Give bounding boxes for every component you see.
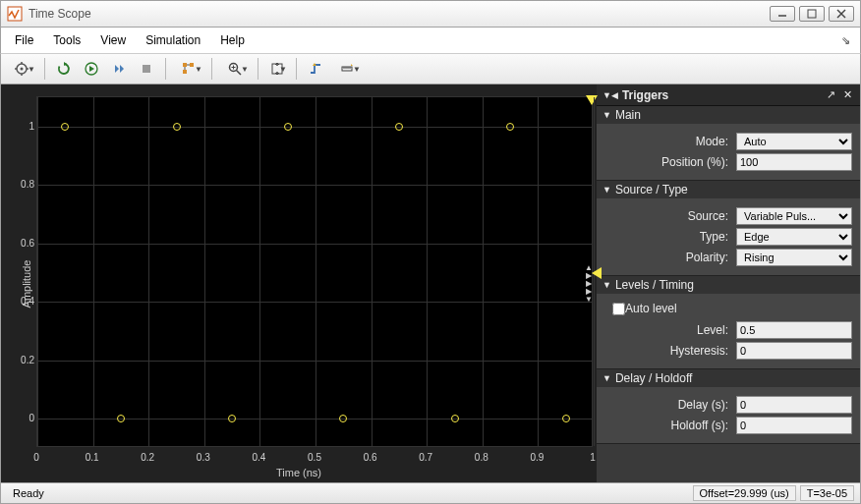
highlight-signal-button[interactable]: ▼ <box>172 57 205 81</box>
axes-handles-icon[interactable]: ▲▶▶▶▼ <box>585 264 593 304</box>
x-tick: 0.3 <box>197 452 210 463</box>
level-input[interactable] <box>736 321 852 339</box>
triggers-panel-header: ▼◀ Triggers ↗ ✕ <box>597 84 860 106</box>
statusbar: Ready Offset=29.999 (us) T=3e-05 <box>0 482 861 504</box>
undock-icon[interactable]: ↗ <box>825 88 837 101</box>
section-delay-header[interactable]: ▼Delay / Holdoff <box>597 369 860 387</box>
polarity-select[interactable]: Rising <box>736 249 852 266</box>
type-select[interactable]: Edge <box>736 228 852 246</box>
auto-level-checkbox[interactable] <box>612 303 625 315</box>
restart-button[interactable] <box>51 57 77 81</box>
menu-tools[interactable]: Tools <box>43 29 90 51</box>
data-point <box>451 415 459 422</box>
holdoff-input[interactable] <box>736 417 852 434</box>
plot-pane: Amplitude Time (ns) ▲▶▶▶▼ 00.10.20.30.40… <box>1 84 597 482</box>
data-point <box>506 123 514 131</box>
y-tick: 0.4 <box>17 296 34 307</box>
menu-overflow-icon[interactable]: ⇘ <box>835 30 856 51</box>
toolbar-separator <box>296 58 297 80</box>
section-main-header[interactable]: ▼Main <box>597 106 860 124</box>
data-point <box>228 415 236 422</box>
hysteresis-input[interactable] <box>736 342 852 360</box>
holdoff-label: Holdoff (s): <box>604 419 736 432</box>
section-main: ▼Main Mode:Auto Position (%): <box>597 106 860 181</box>
toolbar-separator <box>44 58 45 80</box>
delay-input[interactable] <box>736 396 852 414</box>
measurements-button[interactable]: ▼ <box>330 57 364 81</box>
triggers-panel: ▼◀ Triggers ↗ ✕ ▼Main Mode:Auto Position… <box>597 84 860 482</box>
data-point <box>562 415 570 422</box>
data-point <box>284 123 292 131</box>
toolbar-separator <box>165 58 166 80</box>
minimize-button[interactable] <box>770 6 795 22</box>
collapse-icon[interactable]: ▼◀ <box>603 90 618 100</box>
section-source-type: ▼Source / Type Source:Variable Puls... T… <box>597 181 860 276</box>
maximize-button[interactable] <box>799 6 825 22</box>
titlebar: Time Scope <box>0 0 861 28</box>
x-tick: 0.8 <box>475 452 488 463</box>
section-source-title: Source / Type <box>615 183 688 196</box>
section-source-header[interactable]: ▼Source / Type <box>597 181 860 198</box>
x-tick: 0 <box>33 452 39 463</box>
menu-view[interactable]: View <box>90 29 136 51</box>
y-tick: 0.2 <box>17 354 34 364</box>
position-input[interactable] <box>736 153 852 171</box>
section-levels-header[interactable]: ▼Levels / Timing <box>597 276 860 294</box>
step-forward-button[interactable] <box>106 57 132 81</box>
window-title: Time Scope <box>29 7 770 21</box>
panel-close-icon[interactable]: ✕ <box>841 88 854 101</box>
svg-rect-15 <box>183 70 187 74</box>
y-tick: 0 <box>17 413 34 423</box>
section-levels-timing: ▼Levels / Timing Auto level Level: Hyste… <box>597 276 860 369</box>
position-label: Position (%): <box>604 155 736 169</box>
x-tick: 0.5 <box>308 452 321 463</box>
delay-label: Delay (s): <box>604 398 736 412</box>
data-point <box>395 123 403 131</box>
y-tick: 0.8 <box>17 179 34 190</box>
x-axis-label: Time (ns) <box>276 467 321 478</box>
run-button[interactable] <box>79 57 104 81</box>
toolbar-separator <box>258 58 258 80</box>
zoom-button[interactable]: ▼ <box>218 57 252 81</box>
chevron-down-icon: ▼ <box>603 373 611 383</box>
y-tick: 0.6 <box>17 237 34 248</box>
section-delay-holdoff: ▼Delay / Holdoff Delay (s): Holdoff (s): <box>597 369 860 444</box>
plot-canvas[interactable] <box>36 96 593 447</box>
data-point <box>61 123 69 131</box>
menubar: File Tools View Simulation Help ⇘ <box>0 28 861 53</box>
menu-file[interactable]: File <box>5 29 43 51</box>
x-tick: 0.2 <box>141 452 154 463</box>
trigger-position-marker-icon <box>586 95 598 105</box>
triggers-panel-title: Triggers <box>622 88 821 102</box>
app-icon <box>7 6 23 22</box>
menu-help[interactable]: Help <box>210 29 255 51</box>
section-levels-title: Levels / Timing <box>615 278 694 292</box>
auto-level-label: Auto level <box>625 302 677 315</box>
stop-button[interactable] <box>134 57 159 81</box>
toolbar: ▼ ▼ ▼ ▼ ▼ <box>0 53 861 84</box>
mode-select[interactable]: Auto <box>736 133 852 150</box>
menu-simulation[interactable]: Simulation <box>136 29 210 51</box>
hysteresis-label: Hysteresis: <box>604 344 736 358</box>
x-tick: 0.9 <box>530 452 544 463</box>
toolbar-separator <box>211 58 212 80</box>
close-button[interactable] <box>829 6 854 22</box>
svg-point-6 <box>21 68 24 71</box>
triggers-toggle-button[interactable] <box>303 57 328 81</box>
trigger-level-marker-icon[interactable] <box>592 267 602 279</box>
chevron-down-icon: ▼ <box>603 110 611 120</box>
status-ready: Ready <box>7 487 50 499</box>
status-t: T=3e-05 <box>800 485 854 501</box>
type-label: Type: <box>604 230 736 244</box>
level-label: Level: <box>604 323 736 337</box>
autoscale-button[interactable]: ▼ <box>264 57 290 81</box>
source-select[interactable]: Variable Puls... <box>736 207 852 225</box>
svg-rect-14 <box>190 63 194 67</box>
x-tick: 1 <box>590 452 596 463</box>
x-tick: 0.4 <box>252 452 265 463</box>
configure-button[interactable]: ▼ <box>5 57 38 81</box>
window-buttons <box>770 6 854 22</box>
x-tick: 0.7 <box>419 452 432 463</box>
svg-rect-2 <box>808 10 816 18</box>
x-tick: 0.1 <box>86 452 99 463</box>
